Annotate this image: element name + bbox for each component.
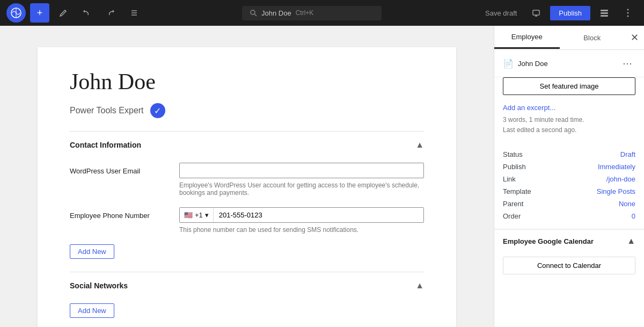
contact-info-title: Contact Information	[70, 141, 141, 149]
sidebar-tabs-row: Employee Block ✕	[494, 26, 644, 50]
flag-emoji: 🇺🇸	[184, 211, 193, 219]
publish-label: Publish	[503, 163, 526, 171]
template-label: Template	[503, 187, 531, 195]
status-label: Status	[503, 150, 523, 158]
top-toolbar: + John Doe Ctrl+K	[0, 0, 644, 26]
svg-rect-9	[601, 10, 608, 11]
preview-button[interactable]	[526, 3, 546, 23]
word-count: 3 words, 1 minute read time. Last edited…	[494, 113, 644, 142]
add-block-button[interactable]: +	[30, 3, 49, 23]
phone-field-desc: This phone number can be used for sendin…	[179, 226, 424, 234]
sidebar-post-title-row: 📄 John Doe ⋯	[494, 50, 644, 77]
social-networks-toggle[interactable]: ▲	[415, 281, 424, 290]
post-title[interactable]: John Doe	[70, 69, 424, 95]
search-shortcut: Ctrl+K	[296, 9, 314, 17]
status-value[interactable]: Draft	[620, 150, 635, 158]
contact-info-toggle[interactable]: ▲	[415, 140, 424, 150]
parent-label: Parent	[503, 200, 523, 208]
wp-logo	[6, 3, 26, 23]
search-bar[interactable]: John Doe Ctrl+K	[242, 6, 382, 20]
phone-field-content: 🇺🇸 +1 ▾ This phone number can be used fo…	[179, 207, 424, 234]
undo-button[interactable]	[77, 3, 97, 23]
parent-value[interactable]: None	[619, 200, 635, 208]
svg-line-5	[254, 14, 257, 16]
social-networks-header[interactable]: Social Networks ▲	[70, 272, 424, 299]
template-row: Template Single Posts	[503, 185, 635, 198]
svg-point-12	[627, 9, 629, 11]
tab-block[interactable]: Block	[560, 27, 625, 48]
svg-point-13	[627, 12, 629, 14]
search-title: John Doe	[261, 9, 291, 17]
phone-code: +1	[195, 211, 203, 219]
post-subtitle-row: Power Tools Expert ✓	[70, 103, 424, 118]
editor-content: John Doe Power Tools Expert ✓ Contact In…	[38, 47, 456, 327]
dropdown-arrow: ▾	[205, 211, 209, 219]
set-featured-image-button[interactable]: Set featured image	[503, 77, 635, 95]
email-field-content: Employee's WordPress User account for ge…	[179, 163, 424, 197]
more-options-button[interactable]	[618, 3, 638, 23]
link-label: Link	[503, 175, 516, 183]
link-row: Link /john-doe	[503, 173, 635, 185]
google-calendar-toggle[interactable]: ▲	[627, 236, 635, 246]
list-view-button[interactable]	[125, 3, 144, 23]
sidebar-post-name: John Doe	[518, 60, 548, 68]
check-icon: ✓	[150, 103, 165, 118]
add-excerpt-link[interactable]: Add an excerpt...	[494, 101, 644, 113]
settings-button[interactable]	[595, 3, 614, 23]
social-networks-section: Social Networks ▲ Add New	[70, 272, 424, 327]
post-type-icon: 📄	[503, 59, 514, 69]
svg-point-14	[627, 16, 629, 17]
svg-rect-6	[533, 10, 539, 15]
connect-to-calendar-button[interactable]: Connect to Calendar	[503, 257, 635, 274]
order-value[interactable]: 0	[632, 212, 635, 220]
search-icon	[250, 9, 257, 17]
save-draft-button[interactable]: Save draft	[480, 6, 522, 20]
tab-employee[interactable]: Employee	[494, 26, 560, 49]
publish-button[interactable]: Publish	[550, 6, 590, 20]
sidebar: Employee Block ✕ 📄 John Doe ⋯ Set featur…	[494, 26, 644, 327]
contact-add-new-button[interactable]: Add New	[70, 244, 114, 259]
publish-value[interactable]: Immediately	[598, 163, 635, 171]
svg-point-4	[251, 10, 255, 14]
phone-number-input[interactable]	[214, 208, 423, 222]
toolbar-center: John Doe Ctrl+K	[148, 6, 475, 20]
editor-area: John Doe Power Tools Expert ✓ Contact In…	[0, 26, 494, 327]
sidebar-content: 📄 John Doe ⋯ Set featured image Add an e…	[494, 50, 644, 327]
contact-info-body: WordPress User Email Employee's WordPres…	[70, 158, 424, 272]
close-sidebar-button[interactable]: ✕	[625, 26, 644, 49]
link-value[interactable]: /john-doe	[606, 175, 635, 183]
contact-info-section: Contact Information ▲ WordPress User Ema…	[70, 131, 424, 272]
wordpress-email-input[interactable]	[179, 163, 424, 178]
svg-rect-10	[601, 12, 608, 14]
phone-input-wrap: 🇺🇸 +1 ▾	[179, 207, 424, 223]
publish-row: Publish Immediately	[503, 161, 635, 173]
status-row: Status Draft	[503, 148, 635, 161]
social-networks-title: Social Networks	[70, 281, 128, 290]
google-calendar-panel: Employee Google Calendar ▲ Connect to Ca…	[494, 229, 644, 283]
order-label: Order	[503, 212, 521, 220]
phone-field-label: Employee Phone Number	[70, 207, 166, 220]
phone-flag-selector[interactable]: 🇺🇸 +1 ▾	[180, 208, 214, 222]
google-calendar-body: Connect to Calendar	[494, 252, 644, 283]
google-calendar-header[interactable]: Employee Google Calendar ▲	[494, 230, 644, 252]
template-value[interactable]: Single Posts	[597, 187, 635, 195]
phone-field-row: Employee Phone Number 🇺🇸 +1 ▾ This p	[70, 207, 424, 234]
contact-info-header[interactable]: Contact Information ▲	[70, 132, 424, 158]
main-layout: John Doe Power Tools Expert ✓ Contact In…	[0, 26, 644, 327]
post-more-button[interactable]: ⋯	[619, 56, 635, 70]
social-add-new-button[interactable]: Add New	[70, 303, 114, 318]
parent-row: Parent None	[503, 198, 635, 210]
google-calendar-title: Employee Google Calendar	[503, 237, 594, 245]
document-meta-section: Status Draft Publish Immediately Link /j…	[494, 142, 644, 229]
email-field-label: WordPress User Email	[70, 163, 166, 175]
svg-rect-11	[601, 15, 608, 17]
post-subtitle-text: Power Tools Expert	[70, 106, 144, 115]
email-field-desc: Employee's WordPress User account for ge…	[179, 181, 424, 197]
edit-tool-button[interactable]	[54, 3, 73, 23]
email-field-row: WordPress User Email Employee's WordPres…	[70, 163, 424, 197]
toolbar-right: Save draft Publish	[480, 3, 638, 23]
order-row: Order 0	[503, 210, 635, 222]
redo-button[interactable]	[101, 3, 120, 23]
social-networks-body: Add New	[70, 299, 424, 327]
